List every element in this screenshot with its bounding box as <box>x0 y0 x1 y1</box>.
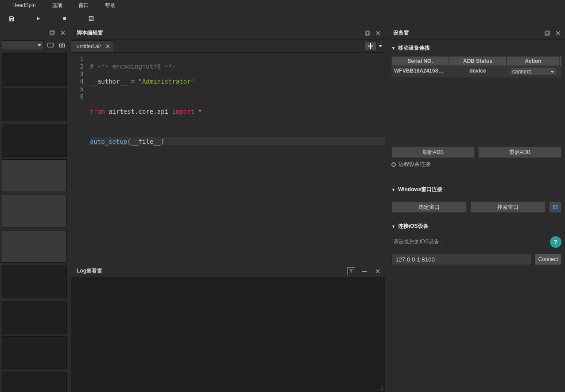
log-filter-button[interactable] <box>347 267 355 275</box>
svg-rect-18 <box>556 208 557 209</box>
ios-prompt-text: 请连接您的iOS设备... <box>391 233 445 251</box>
device-panel: 设备窗 ▼ 移动设备连接 Serial NO. ADB Status Acti <box>388 27 565 392</box>
th-status[interactable]: ADB Status <box>449 56 507 66</box>
svg-rect-4 <box>365 32 369 35</box>
select-window-button[interactable]: 选定窗口 <box>391 201 467 213</box>
refresh-adb-button[interactable]: 刷新ADB <box>391 146 475 158</box>
radio-icon <box>391 162 396 167</box>
svg-point-12 <box>382 389 383 390</box>
run-button[interactable] <box>30 12 46 25</box>
text-cursor <box>165 139 165 146</box>
th-serial[interactable]: Serial NO. <box>391 56 449 66</box>
snapshot-thumb[interactable] <box>2 53 67 86</box>
svg-point-7 <box>382 386 383 387</box>
save-button[interactable] <box>4 12 19 25</box>
line-gutter: 1 2 3 4 5 6 <box>71 53 87 262</box>
device-connect-dropdown[interactable]: connect <box>510 68 556 76</box>
log-titlebar: Log查看窗 <box>71 265 385 277</box>
search-window-button[interactable]: 搜索窗口 <box>470 201 546 213</box>
svg-rect-5 <box>366 31 370 35</box>
svg-rect-14 <box>546 31 550 35</box>
svg-rect-15 <box>553 205 555 207</box>
editor-titlebar: 脚本编辑窗 <box>71 27 385 40</box>
snapshot-thumb[interactable] <box>2 88 67 121</box>
snapshot-dropdown[interactable] <box>2 40 44 50</box>
svg-point-9 <box>382 388 383 388</box>
menu-headspin[interactable]: HeadSpin <box>4 0 44 11</box>
panel-restore-icon[interactable] <box>364 30 371 37</box>
crosshair-icon <box>552 204 558 210</box>
log-output[interactable] <box>71 277 385 392</box>
triangle-down-icon: ▼ <box>391 46 395 50</box>
log-close-icon[interactable] <box>374 267 382 275</box>
tab-close-icon[interactable] <box>104 43 111 50</box>
svg-rect-2 <box>48 43 53 47</box>
report-icon <box>88 15 94 22</box>
menu-help[interactable]: 帮助 <box>97 0 124 11</box>
resize-grip-icon[interactable] <box>379 386 383 390</box>
toolbar <box>0 11 565 27</box>
triangle-down-icon: ▼ <box>391 224 395 229</box>
ios-connect-header[interactable]: ▼ 连接iOS设备 <box>391 220 561 233</box>
help-button[interactable]: ? <box>550 236 561 248</box>
play-icon <box>35 15 41 22</box>
svg-rect-13 <box>545 32 549 35</box>
capture-icon[interactable] <box>46 40 55 50</box>
panel-close-icon[interactable] <box>59 29 67 37</box>
svg-rect-0 <box>50 31 54 35</box>
snapshot-thumb[interactable] <box>2 230 67 263</box>
remote-connect-header[interactable]: 远程设备连接 <box>391 158 561 171</box>
snapshot-list[interactable] <box>0 51 69 392</box>
device-titlebar: 设备窗 <box>388 27 565 40</box>
add-dropdown[interactable] <box>377 41 383 51</box>
chevron-down-icon <box>379 45 382 47</box>
svg-rect-17 <box>553 208 555 209</box>
code-editor[interactable]: 1 2 3 4 5 6 # -*- encoding=utf8 -*- __au… <box>71 52 385 262</box>
snapshot-thumb[interactable] <box>2 159 67 192</box>
camera-icon[interactable] <box>57 40 67 50</box>
editor-tab[interactable]: untitled.air <box>71 40 113 52</box>
snapshot-thumb[interactable] <box>2 336 67 369</box>
svg-point-11 <box>381 389 382 390</box>
svg-point-10 <box>379 389 380 390</box>
menu-options[interactable]: 选项 <box>44 0 70 11</box>
ios-address-input[interactable] <box>391 254 531 265</box>
mobile-connect-header[interactable]: ▼ 移动设备连接 <box>391 42 561 54</box>
add-button[interactable] <box>365 41 376 51</box>
tab-label: untitled.air <box>77 43 101 50</box>
snapshot-thumb[interactable] <box>2 301 67 334</box>
log-panel-title: Log查看窗 <box>77 267 102 275</box>
device-row[interactable]: WFVBB18A24158… device connect <box>391 66 561 77</box>
panel-restore-icon[interactable] <box>544 30 551 37</box>
code-area[interactable]: # -*- encoding=utf8 -*- __author__ = "Ad… <box>87 53 385 262</box>
svg-point-8 <box>381 388 382 388</box>
panel-close-icon[interactable] <box>375 30 382 37</box>
svg-rect-16 <box>556 205 557 207</box>
snapshot-thumb[interactable] <box>2 265 67 298</box>
stop-icon <box>62 16 67 21</box>
snapshot-thumb[interactable] <box>2 195 67 227</box>
device-list-empty <box>391 77 561 144</box>
save-icon <box>8 15 15 22</box>
log-minimize-icon[interactable] <box>360 267 368 275</box>
th-action[interactable]: Action <box>507 56 560 66</box>
report-button[interactable] <box>83 12 99 25</box>
panel-close-icon[interactable] <box>554 30 561 37</box>
restart-adb-button[interactable]: 重启ADB <box>478 146 561 158</box>
snapshot-panel <box>0 27 69 392</box>
panel-restore-icon[interactable] <box>48 29 56 37</box>
windows-connect-header[interactable]: ▼ Windows窗口连接 <box>391 183 561 196</box>
triangle-down-icon: ▼ <box>391 188 395 192</box>
svg-rect-6 <box>362 271 367 272</box>
snapshot-thumb[interactable] <box>2 124 67 157</box>
ios-connect-button[interactable]: Connect <box>535 254 561 265</box>
device-table: Serial NO. ADB Status Action WFVBB18A241… <box>391 56 561 144</box>
device-action-cell: connect <box>507 66 560 77</box>
chevron-down-icon <box>37 44 42 46</box>
svg-point-3 <box>61 45 63 46</box>
stop-button[interactable] <box>57 12 73 25</box>
menu-window[interactable]: 窗口 <box>70 0 97 11</box>
device-serial: WFVBB18A24158… <box>391 66 449 77</box>
snapshot-thumb[interactable] <box>2 372 67 392</box>
crosshair-button[interactable] <box>549 201 561 213</box>
